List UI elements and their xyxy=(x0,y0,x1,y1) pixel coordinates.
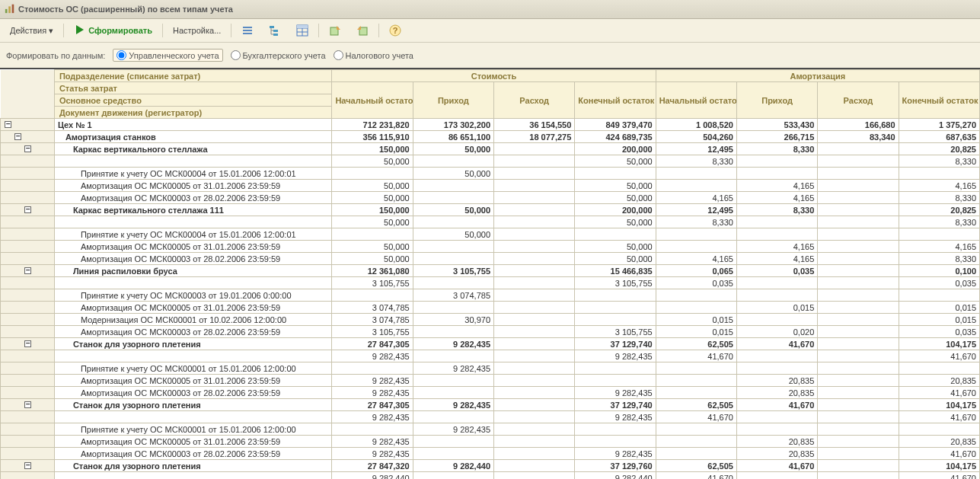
table-row[interactable]: Каркас вертикального стеллажа150,00050,0… xyxy=(1,143,980,155)
tree-cell[interactable] xyxy=(1,423,55,436)
chart-icon xyxy=(5,3,15,15)
tree-cell[interactable] xyxy=(1,350,55,362)
tree-cell[interactable] xyxy=(1,131,55,143)
tree-cell[interactable] xyxy=(1,143,55,155)
collapse-icon[interactable] xyxy=(24,401,31,408)
table-row[interactable]: Принятие к учету ОС МСК00004 от 15.01.20… xyxy=(1,168,980,180)
cell: 9 282,435 xyxy=(413,423,493,436)
table-row[interactable]: 50,00050,0008,3308,330 xyxy=(1,155,980,168)
tree-cell[interactable] xyxy=(1,375,55,387)
cell: 27 847,305 xyxy=(332,399,413,411)
cell: 712 231,820 xyxy=(332,119,413,131)
table-row[interactable]: 9 282,4359 282,43541,67041,670 xyxy=(1,411,980,423)
table-row[interactable]: Амортизация ОС МСК00003 от 28.02.2006 23… xyxy=(1,253,980,265)
collapse-icon[interactable] xyxy=(24,206,31,213)
collapse-icon[interactable] xyxy=(24,145,31,152)
cell: 0,035 xyxy=(656,277,736,289)
tree-cell[interactable] xyxy=(1,180,55,192)
cell xyxy=(736,168,817,180)
cell: 30,970 xyxy=(413,314,493,326)
table-row[interactable]: Станок для узорного плетения27 847,3059 … xyxy=(1,399,980,411)
radio-management[interactable]: Управленческого учета xyxy=(113,49,222,62)
settings-button[interactable]: Настройка... xyxy=(168,24,226,37)
list-icon-button[interactable] xyxy=(236,22,259,39)
table-row[interactable]: Цех № 1712 231,820173 302,20036 154,5508… xyxy=(1,119,980,131)
table-row[interactable]: Принятие к учету ОС МСК00004 от 15.01.20… xyxy=(1,228,980,241)
tree-cell[interactable] xyxy=(1,338,55,350)
cell: 62,505 xyxy=(656,460,736,472)
cell: 50,000 xyxy=(575,216,656,228)
cell: 50,000 xyxy=(332,216,413,228)
tree-icon-button[interactable] xyxy=(263,22,286,39)
actions-button[interactable]: Действия ▾ xyxy=(5,24,59,38)
cell: 50,000 xyxy=(575,180,656,192)
tree-cell[interactable] xyxy=(1,168,55,180)
tree-cell[interactable] xyxy=(1,192,55,204)
table-row[interactable]: Линия распиловки бруса12 361,0803 105,75… xyxy=(1,265,980,277)
tree-cell[interactable] xyxy=(1,216,55,228)
table-row[interactable]: Принятие к учету ОС МСК00001 от 15.01.20… xyxy=(1,423,980,436)
tree-cell[interactable] xyxy=(1,253,55,265)
table-row[interactable]: Принятие к учету ОС МСК00003 от 19.01.20… xyxy=(1,289,980,302)
export-icon-button[interactable] xyxy=(324,22,346,39)
table-row[interactable]: Амортизация ОС МСК00005 от 31.01.2006 23… xyxy=(1,302,980,314)
tree-cell[interactable] xyxy=(1,399,55,411)
table-row[interactable]: Амортизация ОС МСК00005 от 31.01.2006 23… xyxy=(1,436,980,448)
tree-cell[interactable] xyxy=(1,241,55,253)
table-row[interactable]: Станок для узорного плетения27 847,3209 … xyxy=(1,460,980,472)
radio-tax[interactable]: Налогового учета xyxy=(334,50,413,60)
tree-cell[interactable] xyxy=(1,265,55,277)
table-row[interactable]: Амортизация ОС МСК00003 от 28.02.2006 23… xyxy=(1,448,980,460)
table-row[interactable]: Амортизация ОС МСК00005 от 31.01.2006 23… xyxy=(1,241,980,253)
cell xyxy=(736,289,817,302)
cell: 166,680 xyxy=(818,119,899,131)
table-row[interactable]: Амортизация ОС МСК00005 от 31.01.2006 23… xyxy=(1,375,980,387)
table-row[interactable]: Принятие к учету ОС МСК00001 от 15.01.20… xyxy=(1,362,980,375)
collapse-icon[interactable] xyxy=(24,462,31,469)
tree-cell[interactable] xyxy=(1,228,55,241)
filter-label: Формировать по данным: xyxy=(6,51,105,60)
table-row[interactable]: Амортизация ОС МСК00003 от 28.02.2006 23… xyxy=(1,192,980,204)
tree-cell[interactable] xyxy=(1,155,55,168)
table-row[interactable]: 3 105,7553 105,7550,0350,035 xyxy=(1,277,980,289)
help-button[interactable]: ? xyxy=(384,22,407,39)
tree-cell[interactable] xyxy=(1,436,55,448)
table-row[interactable]: 9 282,4409 282,44041,67041,670 xyxy=(1,472,980,480)
tree-cell[interactable] xyxy=(1,362,55,375)
cell xyxy=(736,350,817,362)
tree-cell[interactable] xyxy=(1,472,55,480)
table-row[interactable]: 50,00050,0008,3308,330 xyxy=(1,216,980,228)
table-row[interactable]: Амортизация ОС МСК00005 от 31.01.2006 23… xyxy=(1,180,980,192)
collapse-icon[interactable] xyxy=(24,267,31,274)
tree-cell[interactable] xyxy=(1,302,55,314)
table-row[interactable]: Каркас вертикального стеллажа 111150,000… xyxy=(1,204,980,216)
tree-cell[interactable] xyxy=(1,326,55,338)
import-icon-button[interactable] xyxy=(351,22,374,39)
tree-cell[interactable] xyxy=(1,204,55,216)
cell: 0,035 xyxy=(899,326,979,338)
cell: 50,000 xyxy=(413,228,493,241)
tree-cell[interactable] xyxy=(1,277,55,289)
report-area[interactable]: Подразделение (списание затрат) Стоимост… xyxy=(0,68,980,479)
table-icon-button[interactable] xyxy=(291,22,314,39)
tree-cell[interactable] xyxy=(1,387,55,399)
tree-cell[interactable] xyxy=(1,119,55,131)
table-row[interactable]: Амортизация ОС МСК00003 от 28.02.2006 23… xyxy=(1,387,980,399)
radio-accounting[interactable]: Бухгалтерского учета xyxy=(231,50,326,60)
table-row[interactable]: 9 282,4359 282,43541,67041,670 xyxy=(1,350,980,362)
cell: 200,000 xyxy=(575,204,656,216)
tree-cell[interactable] xyxy=(1,460,55,472)
collapse-icon[interactable] xyxy=(14,133,21,140)
tree-cell[interactable] xyxy=(1,289,55,302)
row-label: Амортизация ОС МСК00003 от 28.02.2006 23… xyxy=(54,387,332,399)
table-row[interactable]: Амортизация ОС МСК00003 от 28.02.2006 23… xyxy=(1,326,980,338)
table-row[interactable]: Станок для узорного плетения27 847,3059 … xyxy=(1,338,980,350)
table-row[interactable]: Модернизация ОС МСК00001 от 10.02.2006 1… xyxy=(1,314,980,326)
table-row[interactable]: Амортизация станков356 115,91086 651,100… xyxy=(1,131,980,143)
tree-cell[interactable] xyxy=(1,314,55,326)
run-button[interactable]: Сформировать xyxy=(69,21,158,40)
collapse-icon[interactable] xyxy=(5,121,11,128)
tree-cell[interactable] xyxy=(1,411,55,423)
tree-cell[interactable] xyxy=(1,448,55,460)
collapse-icon[interactable] xyxy=(24,340,31,347)
